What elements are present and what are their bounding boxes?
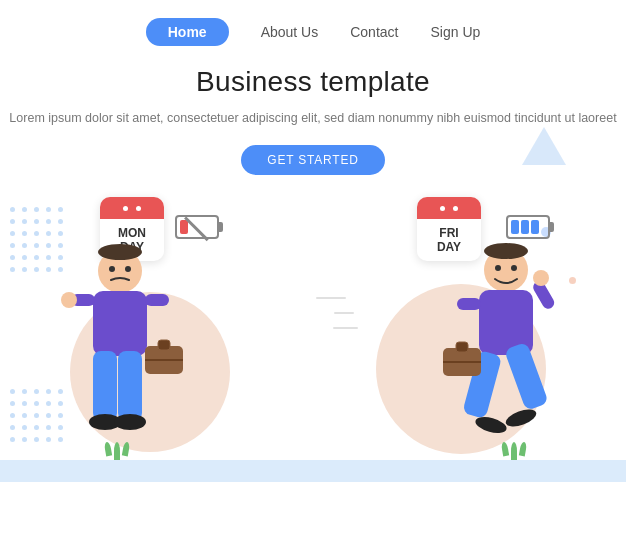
svg-point-5 — [61, 292, 77, 308]
nav-about[interactable]: About Us — [261, 24, 319, 40]
battery-bar-full-3 — [531, 220, 539, 234]
svg-point-13 — [109, 266, 115, 272]
svg-point-1 — [98, 244, 142, 260]
svg-rect-26 — [456, 342, 468, 352]
battery-tip-low — [219, 222, 223, 232]
nav-signup[interactable]: Sign Up — [430, 24, 480, 40]
figure-friday — [431, 240, 571, 464]
svg-point-29 — [511, 265, 517, 271]
svg-point-23 — [474, 414, 509, 436]
hero-subtitle: Lorem ipsum dolor sit amet, consectetuer… — [0, 108, 626, 129]
svg-rect-11 — [158, 340, 170, 350]
battery-body-full — [506, 215, 550, 239]
battery-bar-low — [180, 220, 188, 234]
decoration-triangle — [522, 127, 566, 165]
svg-rect-22 — [504, 342, 549, 411]
svg-point-28 — [495, 265, 501, 271]
svg-rect-7 — [118, 351, 142, 421]
grass-right — [502, 442, 526, 460]
svg-rect-6 — [93, 351, 117, 421]
speed-line-1 — [316, 297, 346, 299]
speed-line-2 — [334, 312, 354, 314]
grass-left — [105, 442, 129, 460]
calendar-friday-top — [417, 197, 481, 219]
figure-monday — [55, 236, 185, 460]
svg-rect-2 — [93, 291, 147, 356]
calendar-monday-top — [100, 197, 164, 219]
page-title: Business template — [0, 66, 626, 98]
get-started-button[interactable]: GET STARTED — [241, 145, 384, 175]
battery-friday — [506, 215, 554, 239]
battery-bar-full-1 — [511, 220, 519, 234]
battery-bar-full-2 — [521, 220, 529, 234]
svg-point-16 — [484, 243, 528, 259]
svg-point-24 — [504, 406, 539, 430]
battery-tip-full — [550, 222, 554, 232]
navbar: Home About Us Contact Sign Up — [0, 0, 626, 56]
svg-point-20 — [533, 270, 549, 286]
svg-rect-4 — [145, 294, 169, 306]
illustration-area: MON DAY FRI DAY — [0, 187, 626, 482]
nav-home[interactable]: Home — [146, 18, 229, 46]
svg-rect-19 — [457, 298, 481, 310]
nav-contact[interactable]: Contact — [350, 24, 398, 40]
svg-point-14 — [125, 266, 131, 272]
speed-line-3 — [333, 327, 358, 329]
blue-bar — [0, 460, 626, 482]
svg-point-9 — [114, 414, 146, 430]
